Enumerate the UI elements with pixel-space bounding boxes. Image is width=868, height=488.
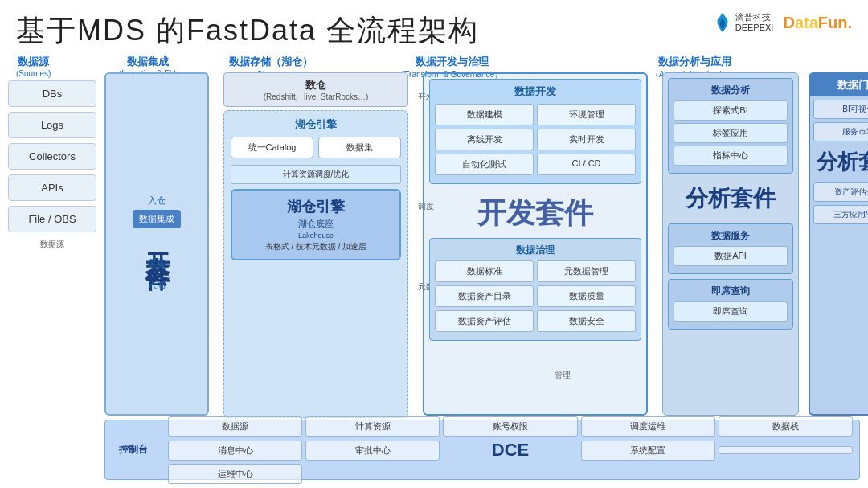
ingestion-arrow-ruhu: 入湖 xyxy=(148,279,166,291)
lakehouse-label: 湖仓底座 xyxy=(239,218,393,230)
source-item-logs: Logs xyxy=(8,112,96,138)
lakehouse-name: Lakehouse xyxy=(239,232,393,240)
analysis-section-top: 数据分析 探索式BI 标签应用 指标中心 xyxy=(668,78,793,174)
dev-item-0: 数据建模 xyxy=(435,104,534,125)
catalog-row: 统一Catalog 数据集 xyxy=(231,137,401,158)
lakehouse-big-label: 湖仓引擎 xyxy=(239,197,393,216)
dev-item-3: 实时开发 xyxy=(537,129,636,150)
lakehouse-detail: 表格式 / 技术元数据 / 加速层 xyxy=(239,241,393,252)
arch-container: 入仓 数据集成 开发套件 采集 入湖 管理 开发 调度 元数据 管理 管理 管理… xyxy=(104,72,860,480)
dev-title: 数据开发 xyxy=(435,84,636,99)
gov-item-4: 数据资产评估 xyxy=(435,310,534,332)
storage-header-box: 数仓 (Redshift, Hive, StarRocks…) xyxy=(223,72,408,107)
ingestion-box: 入仓 数据集成 开发套件 采集 入湖 xyxy=(104,72,209,416)
transform-outer: 数据开发 数据建模 环境管理 离线开发 实时开发 自动化测试 CI / CD 开… xyxy=(423,72,648,416)
dev-item-1: 环境管理 xyxy=(537,104,636,125)
app-outer: 数据门户 BI可视化 服务市场 分析套件 资产评估分析 三方应用/生态 xyxy=(809,72,868,416)
storage-header-title: 数仓 xyxy=(229,78,403,92)
dev-grid: 数据建模 环境管理 离线开发 实时开发 自动化测试 CI / CD xyxy=(435,104,636,175)
analysis-instant-section: 即席查询 即席查询 xyxy=(668,279,793,330)
control-item-sysconfig: 系统配置 xyxy=(581,441,715,461)
analysis-center-title: 指标中心 xyxy=(674,146,788,166)
gov-grid: 数据标准 元数据管理 数据资产目录 数据质量 数据资产评估 数据安全 xyxy=(435,260,636,332)
analysis-service-section: 数据服务 数据API xyxy=(668,223,793,274)
instant-title: 即席查询 xyxy=(674,285,788,298)
control-item-ops: 调度运维 xyxy=(581,416,715,437)
service-item-api: 数据API xyxy=(674,246,788,266)
source-item-dbs: DBs xyxy=(8,80,96,107)
cat-sources-header: 数据源 (Sources) xyxy=(16,55,51,78)
transform-dev-box: 数据开发 数据建模 环境管理 离线开发 实时开发 自动化测试 CI / CD xyxy=(429,79,641,184)
control-grid: 数据源 计算资源 账号权限 调度运维 数据栈 消息中心 审批中心 DCE 系统配… xyxy=(162,412,859,487)
control-item-datasource: 数据源 xyxy=(168,416,302,437)
ingestion-rucang-badge: 数据集成 xyxy=(133,210,181,228)
logo-area: 滴普科技 DEEPEXI DataFun. xyxy=(713,11,852,34)
analysis-item-tag: 标签应用 xyxy=(674,123,788,143)
gov-title: 数据治理 xyxy=(435,244,636,257)
sources-bottom-label: 数据源 xyxy=(8,239,96,250)
control-item-dce: DCE xyxy=(443,440,577,461)
source-item-apis: APIs xyxy=(8,174,96,201)
compute-row: 计算资源调度/优化 xyxy=(231,165,401,184)
lakehouse-box: 湖仓引擎 湖仓底座 Lakehouse 表格式 / 技术元数据 / 加速层 xyxy=(231,189,401,260)
app-item-asset: 资产评估分析 xyxy=(813,182,868,202)
control-item-opsCenter: 运维中心 xyxy=(168,464,302,484)
app-item-ecosystem: 三方应用/生态 xyxy=(813,205,868,224)
source-item-file-obs: File / OBS xyxy=(8,206,96,232)
analysis-outer: 数据分析 探索式BI 标签应用 指标中心 分析套件 数据服务 数据API 即席查… xyxy=(662,72,799,416)
storage-outer: 数仓 (Redshift, Hive, StarRocks…) 湖仓引擎 统一C… xyxy=(223,72,408,416)
control-item-auth: 账号权限 xyxy=(443,416,577,437)
storage-header-sub: (Redshift, Hive, StarRocks…) xyxy=(229,92,403,101)
control-row: 控制台 数据源 计算资源 账号权限 调度运维 数据栈 消息中心 审批中心 DCE… xyxy=(104,420,860,480)
deepexi-icon xyxy=(713,11,732,34)
dev-item-2: 离线开发 xyxy=(435,129,534,150)
gov-item-1: 元数据管理 xyxy=(537,260,636,282)
instant-item: 即席查询 xyxy=(674,301,788,322)
app-item-market: 服务市场 xyxy=(813,122,868,141)
control-item-approve: 审批中心 xyxy=(305,441,440,461)
dev-item-5: CI / CD xyxy=(537,154,636,175)
control-item-compute: 计算资源 xyxy=(305,416,440,437)
app-title: 数据门户 xyxy=(810,74,868,96)
sources-column: DBs Logs Collectors APIs File / OBS 数据源 xyxy=(8,80,96,250)
dataset-item: 数据集 xyxy=(318,137,401,158)
compute-item: 计算资源调度/优化 xyxy=(231,165,401,184)
analysis-kit-big: 分析套件 xyxy=(663,178,798,219)
catalog-item: 统一Catalog xyxy=(231,137,313,158)
gov-item-5: 数据安全 xyxy=(537,310,636,332)
source-item-collectors: Collectors xyxy=(8,143,96,170)
logo-datafun: DataFun. xyxy=(783,14,852,32)
gov-item-2: 数据资产目录 xyxy=(435,285,534,307)
analysis-title: 数据分析 xyxy=(674,84,788,97)
ingestion-collect-label: 采集 xyxy=(147,257,166,271)
governance-box: 数据治理 数据标准 元数据管理 数据资产目录 数据质量 数据资产评估 数据安全 xyxy=(429,238,641,341)
gov-item-0: 数据标准 xyxy=(435,260,534,282)
app-item-bi: BI可视化 xyxy=(813,100,868,119)
transform-kit-big: 开发套件 xyxy=(424,189,646,238)
control-item-blank xyxy=(719,446,853,454)
gov-item-3: 数据质量 xyxy=(537,285,636,307)
app-kit-big: 分析套件 xyxy=(810,145,868,179)
ingestion-arrow-rucang: 入仓 xyxy=(133,195,181,207)
logo-deepexi: 滴普科技 DEEPEXI xyxy=(713,11,774,34)
control-title: 控制台 xyxy=(105,440,162,460)
storage-inner: 湖仓引擎 统一Catalog 数据集 计算资源调度/优化 湖仓引擎 湖仓底座 L… xyxy=(223,110,408,418)
main-title: 基于MDS 的FastData 全流程架构 xyxy=(16,11,479,51)
control-item-message: 消息中心 xyxy=(168,441,302,461)
service-title: 数据服务 xyxy=(674,229,788,243)
analysis-item-bi: 探索式BI xyxy=(674,100,788,121)
dev-item-4: 自动化测试 xyxy=(435,154,534,175)
ingestion-kit-label: 开发套件 xyxy=(141,233,174,252)
control-item-datastack: 数据栈 xyxy=(719,416,853,437)
warehouse-engine-title: 湖仓引擎 xyxy=(231,117,401,132)
